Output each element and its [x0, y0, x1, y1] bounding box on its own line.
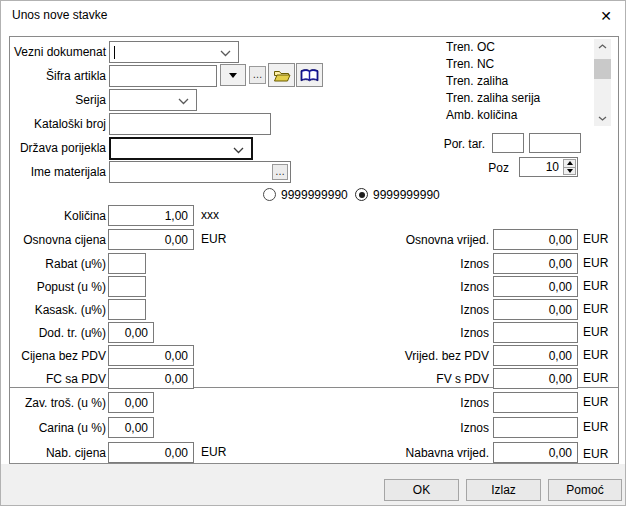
carina-label: Carina (u %) [7, 417, 106, 439]
catalog-book-button[interactable] [296, 63, 323, 87]
scroll-up-button[interactable] [594, 39, 611, 54]
spinner-down-button[interactable] [563, 167, 576, 176]
info-scrollbar[interactable] [594, 39, 611, 126]
iznos2-unit: EUR [583, 276, 608, 297]
vrijed-bez-pdv-input[interactable]: 0,00 [493, 345, 578, 366]
osnovna-vrijed-input[interactable]: 0,00 [493, 229, 578, 250]
por-tar-input-2[interactable] [529, 133, 581, 153]
por-tar-label: Por. tar. [385, 133, 485, 155]
rabat-input[interactable] [108, 253, 146, 274]
kolicina-label: Količina [7, 205, 106, 227]
iznos3-input[interactable]: 0,00 [493, 299, 578, 320]
kataloski-broj-label: Kataloški broj [7, 113, 106, 135]
scrollbar-thumb[interactable] [594, 59, 611, 79]
drzava-porijekla-label: Država porijekla [7, 137, 106, 159]
open-folder-button[interactable] [268, 63, 295, 87]
popust-input[interactable] [108, 276, 146, 297]
iznos3-unit: EUR [583, 299, 608, 320]
dropdown-arrow-icon [229, 73, 237, 78]
poz-label: Poz [453, 157, 509, 179]
fv-s-pdv-input[interactable]: 0,00 [493, 368, 578, 389]
chevron-down-icon [220, 50, 231, 57]
spinner-up-button[interactable] [563, 159, 576, 167]
spinner-up-icon [567, 161, 573, 165]
sifra-dropdown-button[interactable] [220, 64, 246, 86]
iznos5-input[interactable] [493, 392, 578, 413]
fc-sa-pdv-label: FC sa PDV [7, 368, 106, 390]
iznos6-label: Iznos [361, 417, 489, 439]
info-amb-kolicina: Amb. količina [446, 107, 517, 124]
kolicina-input[interactable]: 1,00 [108, 205, 194, 226]
dod-tr-label: Dod. tr. (u%) [7, 322, 106, 344]
info-tren-oc: Tren. OC [446, 39, 495, 56]
iznos4-unit: EUR [583, 322, 608, 343]
iznos2-input[interactable]: 0,00 [493, 276, 578, 297]
cijena-bez-pdv-label: Cijena bez PDV [7, 345, 106, 367]
chevron-up-icon [598, 44, 607, 49]
info-tren-nc: Tren. NC [446, 56, 494, 73]
nabavna-vrijed-label: Nabavna vrijed. [361, 442, 489, 464]
nabavna-vrijed-input[interactable]: 0,00 [493, 442, 578, 463]
fc-sa-pdv-input[interactable]: 0,00 [108, 368, 194, 389]
kasask-input[interactable] [108, 299, 146, 320]
cijena-bez-pdv-input[interactable]: 0,00 [108, 345, 194, 366]
rabat-label: Rabat (u%) [7, 253, 106, 275]
radio-b-label: 9999999990 [373, 184, 440, 206]
iznos3-label: Iznos [361, 299, 489, 321]
izlaz-button[interactable]: Izlaz [466, 479, 541, 501]
iznos5-label: Iznos [361, 392, 489, 414]
zav-tros-input[interactable]: 0,00 [108, 392, 154, 413]
radio-9999999990-a[interactable] [263, 188, 276, 201]
chevron-down-icon [233, 147, 244, 154]
ok-button[interactable]: OK [384, 479, 459, 501]
fv-s-pdv-unit: EUR [583, 368, 608, 389]
osnovna-cijena-unit: EUR [201, 229, 226, 250]
nab-cijena-unit: EUR [201, 442, 226, 463]
spinner-buttons[interactable] [563, 159, 576, 175]
iznos1-unit: EUR [583, 253, 608, 274]
iznos1-input[interactable]: 0,00 [493, 253, 578, 274]
iznos6-input[interactable] [493, 417, 578, 438]
carina-input[interactable]: 0,00 [108, 417, 154, 438]
iznos5-unit: EUR [583, 392, 608, 413]
kasask-label: Kasask. (u%) [7, 299, 106, 321]
kataloski-broj-input[interactable] [109, 113, 271, 135]
chevron-down-icon [178, 98, 189, 105]
sifra-browse-button[interactable]: … [249, 66, 266, 84]
iznos4-input[interactable] [493, 322, 578, 343]
nab-cijena-input[interactable]: 0,00 [108, 442, 194, 463]
serija-combobox[interactable] [109, 89, 197, 111]
osnovna-vrijed-unit: EUR [583, 229, 608, 250]
drzava-porijekla-combobox[interactable] [109, 137, 253, 160]
ime-materijala-label: Ime materijala [7, 161, 106, 183]
por-tar-input-1[interactable] [492, 133, 524, 153]
close-button[interactable]: ✕ [595, 5, 617, 27]
ellipsis-icon: … [275, 167, 285, 177]
iznos2-label: Iznos [361, 276, 489, 298]
open-folder-icon [273, 68, 291, 83]
serija-label: Serija [7, 89, 106, 111]
text-caret [114, 46, 115, 59]
ime-materijala-browse-button[interactable]: … [272, 164, 288, 180]
info-tren-zaliha-serija: Tren. zaliha serija [446, 90, 540, 107]
info-tren-zaliha: Tren. zaliha [446, 73, 508, 90]
ime-materijala-input[interactable]: … [109, 161, 291, 183]
close-icon: ✕ [600, 8, 612, 24]
sifra-artikla-input[interactable] [109, 65, 217, 87]
ellipsis-icon: … [253, 70, 263, 80]
vezni-dokumenat-combobox[interactable] [109, 41, 239, 63]
osnovna-cijena-input[interactable]: 0,00 [108, 229, 194, 250]
kolicina-unit: xxx [201, 205, 219, 226]
vrijed-bez-pdv-unit: EUR [583, 345, 608, 366]
titlebar: Unos nove stavke ✕ [1, 1, 625, 31]
radio-9999999990-b[interactable] [355, 188, 368, 201]
dialog-title: Unos nove stavke [12, 8, 107, 22]
popust-label: Popust (u %) [7, 276, 106, 298]
pomoc-button[interactable]: Pomoć [548, 479, 622, 501]
poz-spinner[interactable]: 10 [519, 157, 578, 177]
nab-cijena-label: Nab. cijena [7, 442, 106, 464]
scroll-down-button[interactable] [594, 111, 611, 126]
vezni-dokumenat-label: Vezni dokumenat [7, 41, 106, 63]
radio-a-label: 9999999990 [281, 184, 348, 206]
dod-tr-input[interactable]: 0,00 [108, 322, 154, 343]
